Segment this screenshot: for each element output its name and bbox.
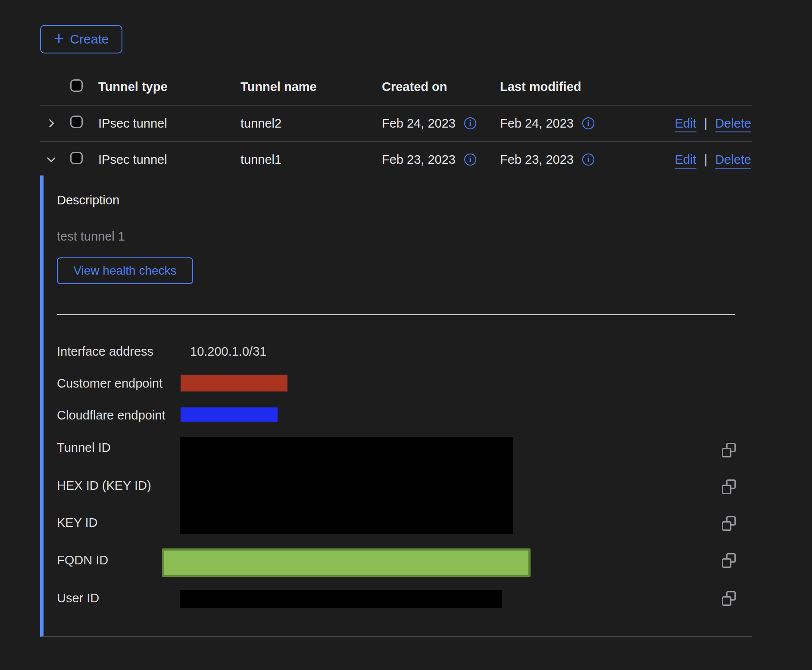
customer-endpoint-label: Customer endpoint xyxy=(57,376,162,391)
header-tunnel-name: Tunnel name xyxy=(240,80,382,94)
select-all-checkbox[interactable] xyxy=(70,79,83,92)
chevron-down-icon xyxy=(45,153,57,166)
user-id-label: User ID xyxy=(57,591,99,605)
copy-tunnel-id-button[interactable] xyxy=(721,442,737,458)
ids-redacted-value xyxy=(180,437,513,534)
description-label: Description xyxy=(57,193,119,207)
edit-link[interactable]: Edit xyxy=(675,153,696,167)
header-last-modified: Last modified xyxy=(500,80,639,94)
view-health-checks-button[interactable]: View health checks xyxy=(57,257,193,284)
tunnel-id-label: Tunnel ID xyxy=(57,441,111,455)
customer-endpoint-redacted-value xyxy=(181,375,287,391)
interface-address-label: Interface address xyxy=(57,344,153,359)
info-icon[interactable]: i xyxy=(582,117,594,129)
cell-tunnel-name: tunnel1 xyxy=(240,153,382,167)
copy-icon xyxy=(722,596,731,606)
copy-hex-id-button[interactable] xyxy=(721,479,737,495)
delete-link[interactable]: Delete xyxy=(715,153,751,167)
chevron-right-icon xyxy=(45,117,57,129)
edit-link[interactable]: Edit xyxy=(675,116,696,131)
expand-row-button[interactable] xyxy=(44,116,59,131)
cell-created-on: Feb 23, 2023 xyxy=(382,153,456,167)
expanded-tunnel-details: Description test tunnel 1 View health ch… xyxy=(40,175,752,637)
copy-icon xyxy=(722,448,731,457)
description-value: test tunnel 1 xyxy=(57,229,125,244)
copy-icon xyxy=(722,485,731,494)
row-checkbox[interactable] xyxy=(70,116,83,128)
header-created-on: Created on xyxy=(382,80,500,94)
info-icon[interactable]: i xyxy=(582,153,594,166)
copy-user-id-button[interactable] xyxy=(721,591,737,606)
action-separator: | xyxy=(704,116,708,131)
info-icon[interactable]: i xyxy=(464,117,476,129)
cloudflare-endpoint-label: Cloudflare endpoint xyxy=(57,408,166,423)
table-row: IPsec tunnel tunnel2 Feb 24, 2023 i Feb … xyxy=(40,106,752,142)
create-button[interactable]: + Create xyxy=(40,25,122,53)
tunnels-table: Tunnel type Tunnel name Created on Last … xyxy=(40,69,752,177)
copy-key-id-button[interactable] xyxy=(721,516,737,531)
plus-icon: + xyxy=(54,30,64,47)
cell-tunnel-type: IPsec tunnel xyxy=(98,153,240,167)
collapse-row-button[interactable] xyxy=(44,152,59,167)
fqdn-id-redacted-value xyxy=(162,548,531,577)
section-divider xyxy=(57,314,735,315)
table-row: IPsec tunnel tunnel1 Feb 23, 2023 i Feb … xyxy=(40,142,752,177)
cloudflare-endpoint-redacted-value xyxy=(181,407,278,422)
fqdn-id-label: FQDN ID xyxy=(57,553,108,567)
row-checkbox[interactable] xyxy=(70,152,83,164)
copy-icon xyxy=(722,521,731,531)
tunnels-page: + Create Tunnel type Tunnel name Created… xyxy=(0,0,812,670)
interface-address-value: 10.200.1.0/31 xyxy=(190,344,266,359)
create-button-label: Create xyxy=(70,32,109,47)
action-separator: | xyxy=(704,153,708,167)
cell-last-modified: Feb 24, 2023 xyxy=(500,116,574,131)
copy-icon xyxy=(722,558,731,568)
table-header-row: Tunnel type Tunnel name Created on Last … xyxy=(40,69,752,106)
cell-last-modified: Feb 23, 2023 xyxy=(500,153,574,167)
delete-link[interactable]: Delete xyxy=(715,116,751,131)
key-id-label: KEY ID xyxy=(57,516,98,530)
cell-created-on: Feb 24, 2023 xyxy=(382,116,456,131)
hex-id-label: HEX ID (KEY ID) xyxy=(57,479,151,493)
cell-tunnel-type: IPsec tunnel xyxy=(98,116,240,131)
user-id-redacted-value xyxy=(180,590,502,608)
cell-tunnel-name: tunnel2 xyxy=(240,116,382,131)
header-tunnel-type: Tunnel type xyxy=(98,80,240,94)
info-icon[interactable]: i xyxy=(464,153,476,166)
copy-fqdn-id-button[interactable] xyxy=(721,553,737,568)
